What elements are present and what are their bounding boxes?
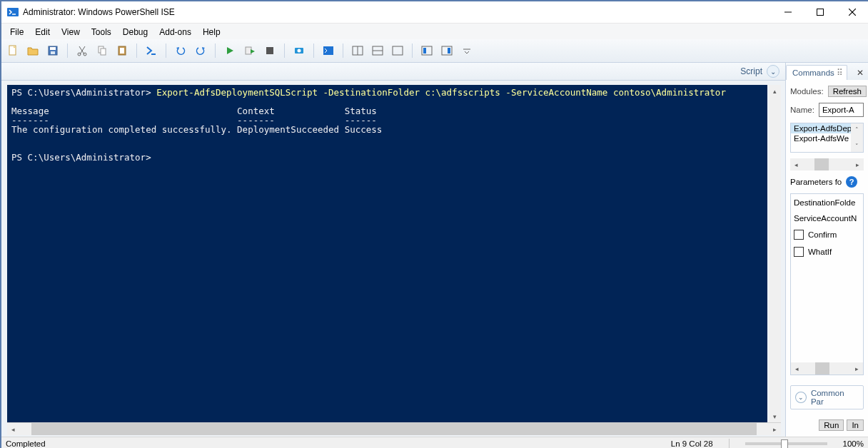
close-commands-pane-icon[interactable]: ✕ — [852, 66, 868, 80]
layout-split-icon[interactable] — [349, 42, 366, 59]
stop-icon[interactable] — [261, 42, 278, 59]
svg-rect-12 — [101, 49, 106, 55]
script-label: Script — [740, 66, 762, 76]
show-command-pane-icon[interactable] — [438, 42, 455, 59]
menu-addons[interactable]: Add-ons — [153, 26, 197, 39]
menu-view[interactable]: View — [56, 26, 86, 39]
remote-icon[interactable] — [291, 42, 308, 59]
parameters-label: Parameters fo — [790, 178, 842, 186]
svg-rect-14 — [120, 48, 124, 54]
svg-rect-16 — [246, 47, 251, 54]
save-icon[interactable] — [44, 42, 61, 59]
scroll-right-icon[interactable]: ▸ — [769, 423, 781, 435]
svg-rect-25 — [393, 46, 403, 55]
maximize-button[interactable] — [804, 1, 836, 23]
cursor-position: Ln 9 Col 28 — [671, 439, 713, 448]
param-whatif-checkbox[interactable]: WhatIf — [794, 247, 860, 257]
console-pane: PS C:\Users\Administrator> Export-AdfsDe… — [1, 81, 785, 437]
help-icon[interactable]: ? — [846, 176, 857, 188]
svg-rect-17 — [266, 47, 273, 54]
list-scroll-right-icon[interactable]: ▸ — [852, 158, 864, 170]
svg-rect-20 — [323, 46, 333, 55]
list-scroll-up-icon[interactable]: ˄ — [851, 123, 863, 136]
list-scroll-down-icon[interactable]: ˅ — [851, 140, 863, 152]
list-horizontal-scrollbar[interactable]: ◂ ▸ — [790, 158, 864, 170]
toolbar-overflow-icon[interactable] — [458, 42, 475, 59]
statusbar: Completed Ln 9 Col 28 100% — [1, 437, 868, 448]
editor-area: Script ⌄ PS C:\Users\Administrator> Expo… — [1, 63, 785, 437]
menu-edit[interactable]: Edit — [29, 26, 56, 39]
svg-rect-8 — [51, 51, 55, 54]
console-vertical-scrollbar[interactable]: ▴ ▾ — [769, 85, 781, 422]
checkbox-icon — [794, 230, 804, 240]
scroll-down-icon[interactable]: ▾ — [769, 410, 781, 422]
minimize-button[interactable] — [772, 1, 804, 23]
main-area: Script ⌄ PS C:\Users\Administrator> Expo… — [1, 63, 868, 437]
menu-file[interactable]: File — [4, 26, 29, 39]
refresh-button[interactable]: Refresh — [828, 86, 867, 97]
console-output[interactable]: PS C:\Users\Administrator> Export-AdfsDe… — [7, 85, 767, 422]
run-selection-icon[interactable] — [241, 42, 258, 59]
open-file-icon[interactable] — [24, 42, 41, 59]
svg-rect-2 — [817, 9, 823, 16]
titlebar: Administrator: Windows PowerShell ISE — [1, 1, 868, 24]
menubar: File Edit View Tools Debug Add-ons Help — [1, 24, 868, 39]
show-script-pane-icon[interactable] — [418, 42, 435, 59]
param-serviceaccountname: ServiceAccountN — [794, 214, 860, 223]
commands-listbox[interactable]: Export-AdfsDep Export-AdfsWe ˄ ˅ — [790, 123, 864, 153]
undo-icon[interactable] — [172, 42, 189, 59]
insert-button[interactable]: In — [847, 419, 864, 431]
powershell-console-icon[interactable] — [320, 42, 337, 59]
scroll-left-icon[interactable]: ◂ — [7, 423, 19, 435]
run-button[interactable]: Run — [819, 419, 844, 431]
redo-icon[interactable] — [192, 42, 209, 59]
list-scroll-left-icon[interactable]: ◂ — [790, 158, 802, 170]
menu-tools[interactable]: Tools — [86, 26, 117, 39]
params-horizontal-scrollbar[interactable]: ◂ ▸ — [791, 362, 863, 375]
name-input[interactable] — [819, 103, 864, 117]
close-button[interactable] — [836, 1, 868, 23]
expand-script-pane-icon[interactable]: ⌄ — [767, 65, 779, 78]
svg-rect-27 — [423, 48, 426, 54]
menu-debug[interactable]: Debug — [117, 26, 153, 39]
layout-full-icon[interactable] — [389, 42, 406, 59]
param-destinationfolder: DestinationFolde — [794, 198, 860, 207]
run-prompt-icon[interactable] — [143, 42, 160, 59]
new-file-icon[interactable] — [4, 42, 21, 59]
svg-rect-7 — [50, 47, 56, 50]
svg-rect-29 — [448, 48, 450, 54]
window-title: Administrator: Windows PowerShell ISE — [23, 7, 175, 17]
scrollbar-thumb[interactable] — [31, 423, 757, 435]
status-text: Completed — [6, 439, 46, 448]
modules-label: Modules: — [790, 87, 824, 96]
parameters-panel: DestinationFolde ServiceAccountN Confirm… — [790, 193, 864, 375]
svg-point-19 — [298, 49, 301, 53]
name-label: Name: — [790, 106, 814, 114]
list-scrollbar-thumb[interactable] — [814, 158, 829, 170]
copy-icon[interactable] — [94, 42, 111, 59]
chevron-down-icon: ⌄ — [795, 392, 807, 403]
cut-icon[interactable] — [74, 42, 91, 59]
common-parameters-expander[interactable]: ⌄ Common Par — [790, 385, 864, 409]
run-script-icon[interactable] — [221, 42, 238, 59]
app-icon — [7, 6, 19, 18]
zoom-level: 100% — [843, 439, 864, 448]
menu-help[interactable]: Help — [197, 26, 226, 39]
layout-top-icon[interactable] — [369, 42, 386, 59]
zoom-slider[interactable] — [745, 442, 827, 445]
console-horizontal-scrollbar[interactable]: ◂ ▸ — [7, 422, 781, 435]
svg-rect-0 — [7, 8, 19, 16]
zoom-slider-handle[interactable] — [781, 439, 788, 448]
checkbox-icon — [794, 247, 804, 257]
scroll-up-icon[interactable]: ▴ — [769, 85, 781, 97]
commands-tab[interactable]: Commands ⠿ — [786, 65, 847, 80]
toolbar — [1, 39, 868, 63]
commands-pane: Commands ⠿ ✕ Modules: Refresh Name: Expo… — [785, 63, 868, 437]
param-confirm-checkbox[interactable]: Confirm — [794, 230, 860, 240]
paste-icon[interactable] — [113, 42, 131, 59]
script-pane-header: Script ⌄ — [1, 63, 785, 81]
